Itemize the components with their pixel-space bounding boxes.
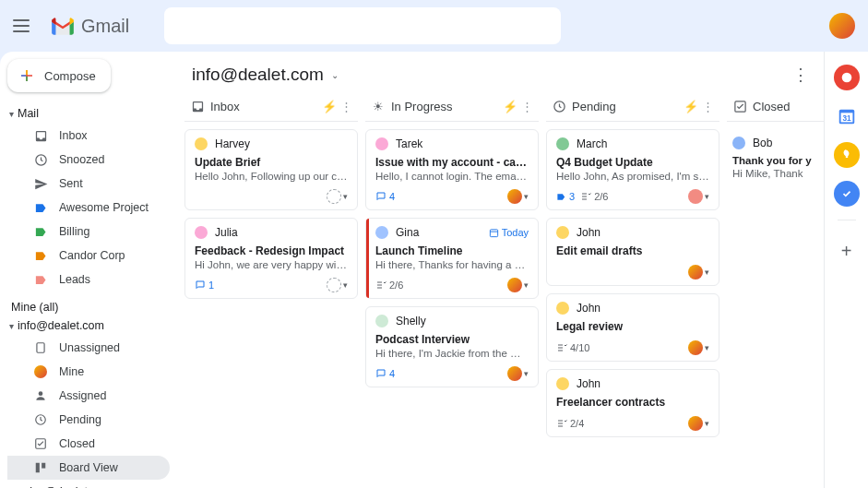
inbox-icon (190, 100, 205, 114)
board-header: info@dealet.com ⌄ ⋮ (177, 52, 824, 92)
nav-item-sent[interactable]: Sent (7, 172, 170, 196)
nav-item-mine[interactable]: Mine (7, 360, 170, 384)
assignee-avatar[interactable] (507, 366, 522, 381)
inbox-icon (33, 128, 48, 143)
comment-count[interactable]: 4 (375, 368, 395, 379)
label-icon (33, 248, 48, 263)
chevron-down-icon[interactable]: ⌄ (331, 70, 339, 80)
sender-avatar (556, 137, 569, 150)
keep-icon[interactable] (834, 142, 860, 168)
rail-app-1[interactable] (834, 65, 860, 90)
tasks-icon[interactable] (834, 181, 860, 207)
sender-avatar (556, 226, 569, 239)
nav-item-unassigned[interactable]: Unassigned (7, 336, 170, 360)
svg-text:31: 31 (842, 114, 851, 123)
card-john-legal[interactable]: John Legal review 4/10 ▾ (546, 293, 719, 362)
menu-icon[interactable] (13, 15, 35, 37)
more-icon[interactable]: ⋮ (702, 100, 714, 113)
clock-icon (33, 152, 48, 167)
more-icon[interactable]: ⋮ (792, 65, 809, 85)
nav-item-pending[interactable]: Pending (7, 408, 170, 432)
nav-item-awesome-project[interactable]: Awesome Project (7, 196, 170, 220)
comment-count[interactable]: 4 (375, 191, 395, 202)
assignee-avatar[interactable] (688, 189, 703, 204)
left-navigation: Compose ▾ Mail Inbox Snoozed (0, 52, 177, 488)
search-input[interactable] (164, 7, 561, 44)
nav-item-billing[interactable]: Billing (7, 220, 170, 244)
avatar-icon (33, 364, 48, 379)
clock-icon (33, 412, 48, 427)
lightning-icon[interactable]: ⚡ (322, 100, 337, 113)
more-icon[interactable]: ⋮ (521, 100, 533, 113)
board-title: info@dealet.com (192, 65, 324, 85)
task-count[interactable]: 2/6 (375, 280, 403, 291)
nav-item-board-view[interactable]: Board View (7, 456, 170, 480)
sun-icon: ☀ (371, 100, 386, 114)
caret-down-icon: ▾ (9, 321, 14, 331)
card-harvey[interactable]: Harvey Update Brief Hello John, Followin… (184, 129, 358, 210)
svg-point-12 (841, 73, 851, 83)
assignee-avatar[interactable] (507, 278, 522, 292)
sent-icon (33, 176, 48, 191)
label-icon (33, 272, 48, 287)
assignee-avatar[interactable] (507, 189, 522, 204)
lightning-icon[interactable]: ⚡ (503, 100, 517, 113)
nav-item-inbox[interactable]: Inbox (7, 124, 170, 148)
board-columns: Inbox ⚡ ⋮ Harvey Update Brief (177, 92, 824, 488)
nav-section-account[interactable]: ▾ info@dealet.com (7, 319, 170, 332)
task-count[interactable]: 4/10 (556, 342, 589, 353)
comment-count[interactable]: 1 (195, 280, 214, 291)
card-gina[interactable]: Gina Today Launch Timeline Hi there, Tha… (365, 218, 539, 299)
clock-icon (552, 100, 566, 114)
assignee-avatar[interactable] (688, 340, 703, 355)
card-march[interactable]: March Q4 Budget Update Hello John, As pr… (546, 129, 719, 210)
sender-avatar (375, 137, 388, 150)
nav-item-candor-corp[interactable]: Candor Corp (7, 244, 170, 268)
lightning-icon[interactable]: ⚡ (684, 100, 698, 113)
sender-avatar (556, 302, 569, 315)
column-inbox: Inbox ⚡ ⋮ Harvey Update Brief (184, 92, 358, 488)
nav-item-snoozed[interactable]: Snoozed (7, 148, 170, 172)
label-icon (33, 224, 48, 239)
board-icon (33, 460, 48, 475)
assignee-avatar[interactable] (688, 416, 703, 431)
compose-button[interactable]: Compose (7, 59, 111, 92)
sender-avatar (732, 137, 745, 149)
today-badge: Today (489, 227, 529, 238)
sender-avatar (375, 315, 388, 327)
card-john-drafts[interactable]: John Edit email drafts ▾ (546, 218, 719, 286)
card-shelly[interactable]: Shelly Podcast Interview Hi there, I'm J… (365, 306, 539, 387)
assign-button[interactable] (327, 278, 341, 292)
svg-rect-1 (37, 343, 44, 353)
card-tarek[interactable]: Tarek Issue with my account - cannot log… (365, 129, 539, 210)
nav-section-mail[interactable]: ▾ Mail (7, 107, 170, 120)
task-count[interactable]: 2/4 (556, 418, 584, 429)
svg-rect-5 (36, 463, 40, 473)
sender-avatar (195, 137, 208, 150)
card-john-freelancer[interactable]: John Freelancer contracts 2/4 ▾ (546, 369, 719, 437)
gmail-logo[interactable]: Gmail (50, 16, 129, 37)
column-closed: Closed Bob Thank you for y Hi Mike, Than… (727, 92, 824, 488)
card-bob[interactable]: Bob Thank you for y Hi Mike, Thank (727, 129, 824, 184)
assign-button[interactable] (327, 189, 341, 204)
assignee-avatar[interactable] (688, 265, 703, 280)
more-icon[interactable]: ⋮ (340, 100, 352, 113)
nav-item-leads[interactable]: Leads (7, 268, 170, 292)
sender-avatar (195, 226, 208, 239)
card-julia[interactable]: Julia Feedback - Redesign Impact Hi John… (184, 218, 358, 299)
check-icon (732, 100, 747, 114)
nav-item-assigned[interactable]: Assigned (7, 384, 170, 408)
task-count[interactable]: 2/6 (580, 191, 608, 202)
nav-item-closed[interactable]: Closed (7, 432, 170, 456)
svg-rect-6 (42, 463, 45, 469)
calendar-icon[interactable]: 31 (834, 103, 860, 129)
right-rail: 31 + (824, 52, 868, 488)
add-app-button[interactable]: + (841, 241, 852, 262)
document-icon (33, 340, 48, 355)
account-avatar[interactable] (829, 13, 855, 39)
column-in-progress: ☀ In Progress ⚡ ⋮ Tarek (365, 92, 539, 488)
mine-all-heading[interactable]: Mine (all) (7, 301, 170, 314)
tag-count[interactable]: 3 (556, 191, 575, 202)
user-icon (33, 388, 48, 403)
sender-avatar (375, 226, 388, 239)
